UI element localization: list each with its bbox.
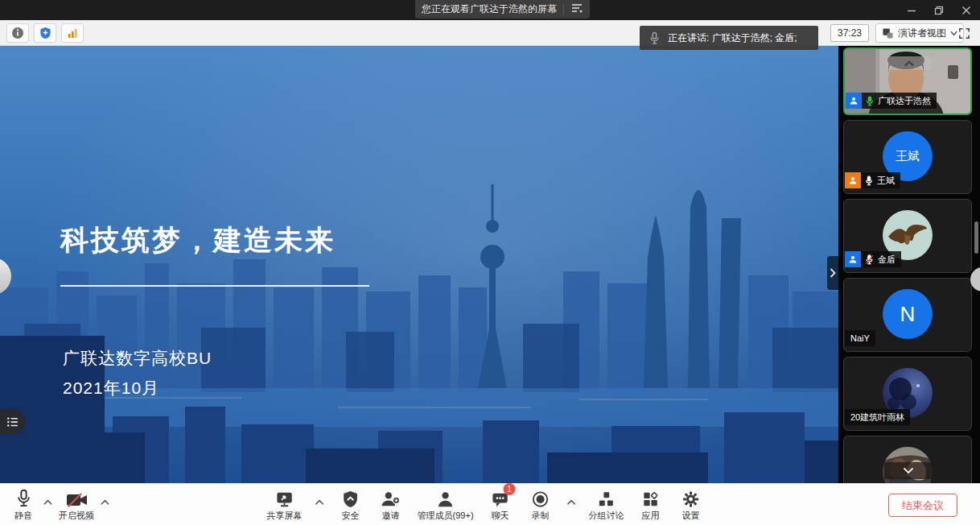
video-options-caret[interactable] bbox=[101, 492, 109, 513]
toolbar-chat[interactable]: 1 聊天 bbox=[487, 487, 514, 522]
mic-on-icon bbox=[866, 96, 874, 106]
share-options-caret[interactable] bbox=[315, 492, 324, 513]
viewing-banner-text: 您正在观看广联达于浩然的屏幕 bbox=[422, 2, 557, 16]
microphone-icon bbox=[16, 487, 31, 508]
record-options-caret[interactable] bbox=[567, 492, 576, 513]
slide-background-image bbox=[0, 46, 838, 483]
participant-name: 20建筑叶雨林 bbox=[850, 411, 904, 424]
toolbar-share-screen[interactable]: 共享屏幕 bbox=[267, 487, 303, 522]
participant-tile[interactable] bbox=[843, 436, 972, 483]
eagle-avatar-image bbox=[887, 219, 929, 251]
viewing-banner-pill[interactable]: 您正在观看广联达于浩然的屏幕 bbox=[415, 0, 590, 19]
fullscreen-button[interactable] bbox=[956, 25, 972, 41]
minimize-button[interactable] bbox=[898, 0, 925, 20]
toolbar-manage-members-label: 管理成员(99+) bbox=[418, 510, 474, 522]
toolbar-apps-label: 应用 bbox=[642, 510, 660, 522]
toolbar-start-video-label: 开启视频 bbox=[59, 510, 94, 522]
participant-name: 广联达于浩然 bbox=[878, 95, 931, 107]
mic-on-icon bbox=[865, 176, 873, 186]
participant-role-badge-icon bbox=[846, 93, 862, 109]
collapse-videos-button[interactable] bbox=[887, 56, 932, 70]
settings-gear-icon bbox=[682, 487, 700, 508]
timer-value: 37:23 bbox=[838, 27, 862, 39]
chevron-up-icon bbox=[904, 60, 914, 67]
toolbar-record-label: 录制 bbox=[532, 510, 550, 522]
toolbar-invite-label: 邀请 bbox=[382, 510, 400, 522]
participant-tile[interactable]: 20建筑叶雨林 bbox=[843, 357, 972, 431]
breakout-rooms-icon bbox=[598, 487, 616, 508]
participant-role-badge-icon bbox=[845, 172, 861, 188]
sidebar-scrollbar[interactable] bbox=[974, 221, 978, 254]
view-mode-selector[interactable]: 演讲者视图 bbox=[875, 23, 964, 43]
participant-namebar: 金盾 bbox=[845, 251, 901, 267]
mic-muted-icon bbox=[865, 254, 874, 265]
participant-tile[interactable]: 王斌 王斌 bbox=[843, 120, 972, 194]
banner-menu-icon[interactable] bbox=[570, 2, 583, 17]
toolbar-chat-label: 聊天 bbox=[492, 510, 509, 522]
sidebar-collapse-handle[interactable] bbox=[827, 256, 838, 290]
layout-icon bbox=[882, 27, 894, 39]
avatar: N bbox=[883, 289, 933, 339]
share-screen-icon bbox=[275, 487, 294, 508]
meeting-timer: 37:23 bbox=[830, 24, 869, 42]
scroll-participants-down-button[interactable] bbox=[884, 462, 933, 479]
window-controls bbox=[898, 0, 980, 20]
participant-role-badge-icon bbox=[845, 251, 861, 267]
toolbar-manage-members[interactable]: 管理成员(99+) bbox=[418, 487, 474, 522]
speaker-mic-icon bbox=[649, 31, 660, 45]
participants-panel: 广联达于浩然 王斌 王斌 bbox=[838, 46, 980, 483]
network-signal-button[interactable] bbox=[61, 23, 84, 43]
toolbar-share-screen-label: 共享屏幕 bbox=[267, 510, 303, 522]
restore-button[interactable] bbox=[925, 0, 953, 20]
toolbar-settings-label: 设置 bbox=[682, 510, 700, 522]
annotation-list-button[interactable] bbox=[0, 409, 26, 434]
participant-namebar: 王斌 bbox=[845, 172, 900, 188]
pill-divider bbox=[563, 4, 564, 15]
meeting-info-button[interactable] bbox=[6, 23, 29, 43]
toolbar-settings[interactable]: 设置 bbox=[677, 487, 705, 522]
members-icon bbox=[437, 487, 455, 508]
mute-options-caret[interactable] bbox=[43, 492, 52, 513]
toolbar-breakout-rooms[interactable]: 分组讨论 bbox=[589, 487, 624, 522]
record-icon bbox=[532, 487, 550, 508]
toolbar-mute[interactable]: 静音 bbox=[10, 487, 37, 522]
toolbar-breakout-rooms-label: 分组讨论 bbox=[589, 510, 624, 522]
chat-unread-badge: 1 bbox=[504, 483, 516, 495]
participant-name: NaiY bbox=[850, 333, 870, 343]
toolbar-security-label: 安全 bbox=[342, 510, 360, 522]
chat-bubble-icon: 1 bbox=[492, 487, 509, 508]
participant-tile[interactable]: N NaiY bbox=[843, 278, 972, 352]
toolbar-start-video[interactable]: 开启视频 bbox=[59, 487, 94, 522]
view-mode-label: 演讲者视图 bbox=[898, 27, 946, 40]
participant-tile[interactable]: 金盾 bbox=[843, 199, 972, 273]
apps-grid-icon bbox=[642, 487, 660, 508]
slide-subtitle-date: 2021年10月 bbox=[63, 377, 159, 399]
toolbar-invite[interactable]: 邀请 bbox=[377, 487, 405, 522]
end-meeting-label: 结束会议 bbox=[902, 498, 944, 513]
participant-namebar: 20建筑叶雨林 bbox=[845, 409, 910, 425]
participant-tile-video[interactable]: 广联达于浩然 bbox=[843, 48, 972, 115]
security-shield-button[interactable] bbox=[34, 23, 56, 43]
participant-name: 王斌 bbox=[877, 175, 895, 187]
slide-subtitle-org: 广联达数字高校BU bbox=[63, 347, 212, 370]
meeting-toolbar: 静音 开启视频 共享屏幕 安全 bbox=[0, 483, 980, 525]
speaking-banner-text: 正在讲话: 广联达于浩然; 金盾; bbox=[668, 31, 797, 45]
toolbar-apps[interactable]: 应用 bbox=[637, 487, 665, 522]
camera-off-icon bbox=[66, 487, 88, 508]
participant-namebar: 广联达于浩然 bbox=[846, 93, 937, 109]
shared-screen-view: 科技筑梦，建造未来 广联达数字高校BU 2021年10月 数字建筑平台服务商 bbox=[0, 46, 838, 483]
toolbar-security[interactable]: 安全 bbox=[337, 487, 364, 522]
speaking-banner: 正在讲话: 广联达于浩然; 金盾; bbox=[640, 26, 818, 50]
invite-person-icon bbox=[381, 487, 401, 508]
participant-namebar: NaiY bbox=[845, 330, 875, 346]
close-button[interactable] bbox=[953, 0, 980, 20]
toolbar-record[interactable]: 录制 bbox=[527, 487, 554, 522]
participant-name: 金盾 bbox=[878, 254, 896, 266]
chevron-down-icon bbox=[903, 467, 914, 474]
toolbar-mute-label: 静音 bbox=[14, 510, 32, 522]
end-meeting-button[interactable]: 结束会议 bbox=[888, 494, 957, 517]
slide-divider-line bbox=[60, 285, 369, 287]
meeting-appbar: 37:23 演讲者视图 bbox=[0, 20, 980, 46]
security-shield-icon bbox=[343, 487, 359, 508]
window-titlebar: 您正在观看广联达于浩然的屏幕 bbox=[0, 0, 980, 20]
